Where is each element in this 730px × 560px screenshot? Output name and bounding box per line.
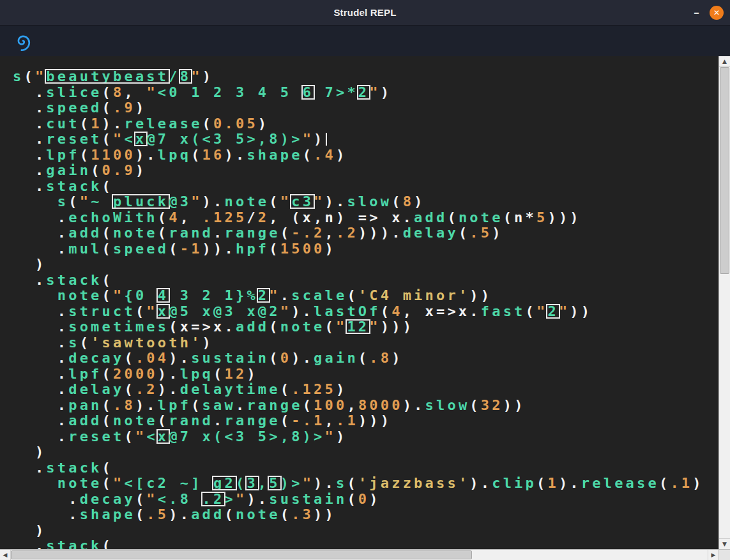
code-token: ~ bbox=[91, 193, 113, 209]
code-token: . bbox=[13, 131, 46, 147]
code-token: ( bbox=[24, 68, 34, 84]
code-line: .stack( bbox=[13, 460, 719, 476]
window-controls: – ✕ bbox=[692, 0, 724, 26]
code-token: 2 bbox=[258, 209, 269, 225]
code-token: stack bbox=[46, 178, 102, 194]
code-token: ). bbox=[247, 491, 269, 507]
code-token: " bbox=[280, 303, 291, 319]
code-token: <[c2 ~] bbox=[124, 475, 213, 491]
active-token-highlight: c3 bbox=[291, 195, 314, 208]
code-token: ). bbox=[225, 147, 247, 163]
code-token: sustain bbox=[269, 491, 347, 507]
code-token: . bbox=[13, 381, 68, 397]
code-token: ( bbox=[102, 538, 113, 549]
horizontal-scrollbar[interactable]: ◀ ▶ bbox=[0, 549, 719, 560]
code-token: @7 x(<3 5>,8)> bbox=[146, 131, 302, 147]
minimize-button[interactable]: – bbox=[692, 7, 701, 19]
code-token: " bbox=[269, 287, 280, 303]
code-token: hpf bbox=[236, 241, 269, 257]
code-token: ) bbox=[392, 350, 402, 366]
code-token: ( bbox=[224, 506, 235, 522]
code-token: ) bbox=[247, 366, 257, 382]
code-token: 12 bbox=[225, 366, 247, 382]
code-token bbox=[13, 193, 57, 209]
active-token-highlight: 4 bbox=[158, 289, 169, 301]
code-token: ))) bbox=[381, 319, 414, 335]
code-token: @5 x@3 x@2 bbox=[169, 303, 280, 319]
code-token: 32 bbox=[481, 397, 503, 413]
code-token: , bbox=[325, 225, 336, 241]
code-token: fast bbox=[481, 303, 526, 319]
code-line: .delay(.2).delaytime(.125) bbox=[13, 382, 719, 398]
code-token: " bbox=[113, 287, 124, 303]
code-token: ( bbox=[303, 397, 314, 413]
code-token: ( bbox=[102, 131, 113, 147]
code-token: ( bbox=[447, 209, 458, 225]
code-token: delay bbox=[68, 381, 124, 397]
code-token: ). bbox=[469, 475, 492, 491]
close-button[interactable]: ✕ bbox=[710, 6, 724, 20]
active-token-highlight: 5 bbox=[269, 477, 280, 489]
code-token: speed bbox=[46, 100, 102, 116]
code-token: ) bbox=[369, 491, 380, 507]
code-token: . bbox=[13, 460, 46, 476]
active-token-highlight: 2 bbox=[358, 86, 369, 98]
code-token: .2 bbox=[336, 225, 358, 241]
strudel-spiral-logo[interactable] bbox=[13, 31, 33, 51]
code-token: ) bbox=[13, 522, 46, 538]
code-token: ) bbox=[492, 225, 503, 241]
code-token: . bbox=[13, 162, 46, 178]
code-token: ( bbox=[102, 412, 113, 428]
scroll-right-button[interactable]: ▶ bbox=[708, 550, 719, 560]
scroll-left-button[interactable]: ◀ bbox=[0, 550, 11, 560]
scroll-down-button[interactable]: ▼ bbox=[719, 538, 730, 549]
code-token: " bbox=[35, 68, 46, 84]
vertical-scrollbar[interactable]: ▲ ▼ bbox=[719, 56, 730, 549]
code-token: shape bbox=[247, 147, 302, 163]
code-token: ( bbox=[269, 241, 280, 257]
code-token: < bbox=[146, 428, 157, 444]
code-token: s bbox=[336, 475, 347, 491]
code-token: ) bbox=[13, 256, 46, 272]
scroll-up-button[interactable]: ▲ bbox=[719, 56, 730, 67]
code-token: .8 bbox=[369, 350, 392, 366]
code-token: struct bbox=[68, 303, 135, 319]
code-token: ( bbox=[536, 475, 547, 491]
code-token: ( bbox=[102, 178, 113, 194]
code-token: . bbox=[13, 350, 68, 366]
code-editor[interactable]: s("beautybeast/8") .slice(8, "<0 1 2 3 4… bbox=[0, 56, 719, 549]
code-token bbox=[13, 287, 57, 303]
code-token: " bbox=[135, 428, 146, 444]
code-token: add bbox=[236, 319, 269, 335]
code-line: .pan(.8).lpf(saw.range(100,8000).slow(32… bbox=[13, 398, 719, 414]
code-token: 4 bbox=[392, 303, 402, 319]
code-token: ( bbox=[80, 147, 91, 163]
code-token: 8000 bbox=[358, 397, 403, 413]
code-token: 7>* bbox=[314, 84, 358, 100]
code-token: ( bbox=[124, 350, 135, 366]
code-line: .s('sawtooth') bbox=[13, 335, 719, 351]
code-token: shape bbox=[80, 506, 135, 522]
vertical-scrollbar-thumb[interactable] bbox=[720, 67, 729, 274]
code-token: gain bbox=[46, 162, 91, 178]
code-token: ). bbox=[559, 475, 581, 491]
code-token: 3 2 1}% bbox=[169, 287, 258, 303]
code-token: ). bbox=[291, 303, 314, 319]
code-line: note("<[c2 ~] g2(3,5)>").s('jazzbass').c… bbox=[13, 476, 719, 492]
code-token: . bbox=[13, 366, 68, 382]
code-token: , (x,n) => x. bbox=[269, 209, 414, 225]
code-token: ( bbox=[191, 147, 202, 163]
code-token: delay bbox=[403, 225, 459, 241]
horizontal-scrollbar-thumb[interactable] bbox=[11, 550, 472, 559]
code-line: .struct("x@5 x@3 x@2").lastOf(4, x=>x.fa… bbox=[13, 304, 719, 320]
code-line: .add(note(rand.range(-.1,.1))) bbox=[13, 413, 719, 429]
code-token: " bbox=[536, 303, 547, 319]
code-token: . bbox=[13, 100, 46, 116]
code-token: . bbox=[13, 272, 46, 288]
right-arrow-icon: ▶ bbox=[711, 552, 716, 558]
code-token: ) bbox=[336, 428, 347, 444]
code-token: . bbox=[13, 241, 68, 257]
code-token: 8 bbox=[403, 193, 414, 209]
code-token: range bbox=[247, 397, 302, 413]
code-token: " bbox=[146, 84, 157, 100]
